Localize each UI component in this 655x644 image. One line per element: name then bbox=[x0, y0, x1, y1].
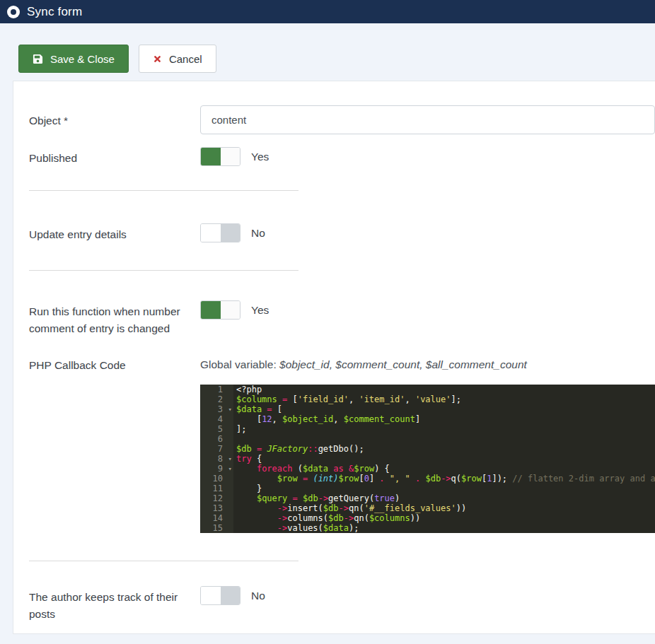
gutter-line-number: 3▾ bbox=[200, 404, 233, 414]
gutter-line-number: 9▾ bbox=[200, 464, 233, 474]
gutter-line-number: 14 bbox=[200, 513, 233, 523]
code-line: [12, $object_id, $comment_count] bbox=[236, 414, 655, 424]
field-author-track: The author keeps track of their posts No bbox=[29, 586, 655, 623]
run-function-toggle[interactable] bbox=[200, 300, 240, 320]
code-line bbox=[236, 434, 655, 444]
code-line: $columns = ['field_id', 'item_id', 'valu… bbox=[236, 394, 655, 404]
toggle-track bbox=[201, 301, 221, 319]
author-track-state-label: No bbox=[251, 590, 265, 602]
toggle-knob bbox=[221, 301, 240, 319]
author-track-label: The author keeps track of their posts bbox=[29, 586, 200, 623]
cancel-label: Cancel bbox=[169, 53, 202, 65]
global-variables-note: Global variable: $object_id, $comment_co… bbox=[200, 357, 655, 371]
divider-1 bbox=[29, 190, 298, 191]
author-track-toggle[interactable] bbox=[200, 586, 240, 605]
published-state-label: Yes bbox=[251, 151, 269, 163]
code-line: $row = (int)$row[0] . ", " . $db->q($row… bbox=[236, 474, 655, 484]
toggle-track bbox=[201, 224, 221, 242]
editor-gutter: 123▾45678▾9▾101112131415 bbox=[200, 385, 233, 533]
save-close-button[interactable]: Save & Close bbox=[18, 45, 129, 73]
divider-3 bbox=[29, 561, 298, 561]
code-line: ]; bbox=[236, 424, 655, 434]
object-input[interactable] bbox=[200, 105, 655, 134]
gutter-line-number: 13 bbox=[200, 503, 233, 513]
field-object: Object * bbox=[29, 105, 655, 134]
code-line: <?php bbox=[236, 385, 655, 394]
code-line: $db = JFactory::getDbo(); bbox=[236, 444, 655, 454]
fold-marker-icon[interactable]: ▾ bbox=[228, 464, 232, 473]
divider-2 bbox=[29, 270, 298, 271]
field-php-callback: PHP Callback Code Global variable: $obje… bbox=[29, 357, 655, 533]
code-line: } bbox=[236, 484, 655, 493]
field-published: Published Yes bbox=[29, 147, 655, 167]
fold-marker-icon[interactable]: ▾ bbox=[228, 405, 232, 414]
fold-marker-icon[interactable]: ▾ bbox=[228, 455, 232, 463]
cancel-icon bbox=[153, 54, 162, 64]
gutter-line-number: 8▾ bbox=[200, 454, 233, 464]
save-icon bbox=[33, 54, 43, 64]
code-line: ->values($data); bbox=[236, 523, 655, 533]
field-update-entry: Update entry details No bbox=[29, 223, 655, 243]
gutter-line-number: 1 bbox=[200, 385, 233, 394]
gutter-line-number: 6 bbox=[200, 434, 233, 444]
code-line: foreach ($data as &$row) { bbox=[236, 464, 655, 474]
toggle-knob bbox=[221, 224, 240, 242]
run-function-label: Run this function when number comment of… bbox=[29, 300, 200, 337]
gutter-line-number: 12 bbox=[200, 493, 233, 503]
gutter-line-number: 15 bbox=[200, 523, 233, 533]
code-line: $query = $db->getQuery(true) bbox=[236, 493, 655, 503]
gutter-line-number: 11 bbox=[200, 484, 233, 493]
update-entry-label: Update entry details bbox=[29, 223, 200, 243]
published-toggle[interactable] bbox=[200, 147, 240, 166]
code-line: ->insert($db->qn('#__fields_values')) bbox=[236, 503, 655, 513]
global-variables-list: $object_id, $comment_count, $all_comment… bbox=[279, 358, 527, 370]
object-label: Object * bbox=[29, 105, 200, 129]
global-variables-prefix: Global variable: bbox=[200, 358, 279, 370]
toggle-track bbox=[201, 148, 221, 165]
header: Sync form bbox=[0, 0, 655, 23]
toggle-track bbox=[201, 587, 221, 604]
gutter-line-number: 10 bbox=[200, 474, 233, 484]
cancel-button[interactable]: Cancel bbox=[139, 45, 216, 73]
component-icon bbox=[7, 6, 20, 18]
gutter-line-number: 7 bbox=[200, 444, 233, 454]
editor-code[interactable]: <?php$columns = ['field_id', 'item_id', … bbox=[233, 385, 655, 533]
toggle-knob bbox=[221, 587, 240, 604]
php-code-editor[interactable]: 123▾45678▾9▾101112131415 <?php$columns =… bbox=[200, 385, 655, 533]
page-title: Sync form bbox=[27, 5, 82, 19]
update-entry-state-label: No bbox=[251, 227, 265, 240]
update-entry-toggle[interactable] bbox=[200, 223, 240, 242]
form-card: Object * Published Yes Update entry deta… bbox=[13, 81, 655, 634]
toolbar: Save & Close Cancel bbox=[0, 23, 655, 81]
code-line: $data = [ bbox=[236, 404, 655, 414]
save-close-label: Save & Close bbox=[50, 53, 115, 65]
php-callback-label: PHP Callback Code bbox=[29, 357, 200, 374]
gutter-line-number: 4 bbox=[200, 414, 233, 424]
code-line: try { bbox=[236, 454, 655, 464]
code-line: ->columns($db->qn($columns)) bbox=[236, 513, 655, 523]
run-function-state-label: Yes bbox=[251, 304, 269, 317]
field-run-function: Run this function when number comment of… bbox=[29, 300, 655, 337]
component-icon-dot bbox=[11, 9, 16, 15]
gutter-line-number: 2 bbox=[200, 394, 233, 404]
published-label: Published bbox=[29, 147, 200, 167]
gutter-line-number: 5 bbox=[200, 424, 233, 434]
toggle-knob bbox=[221, 148, 240, 165]
